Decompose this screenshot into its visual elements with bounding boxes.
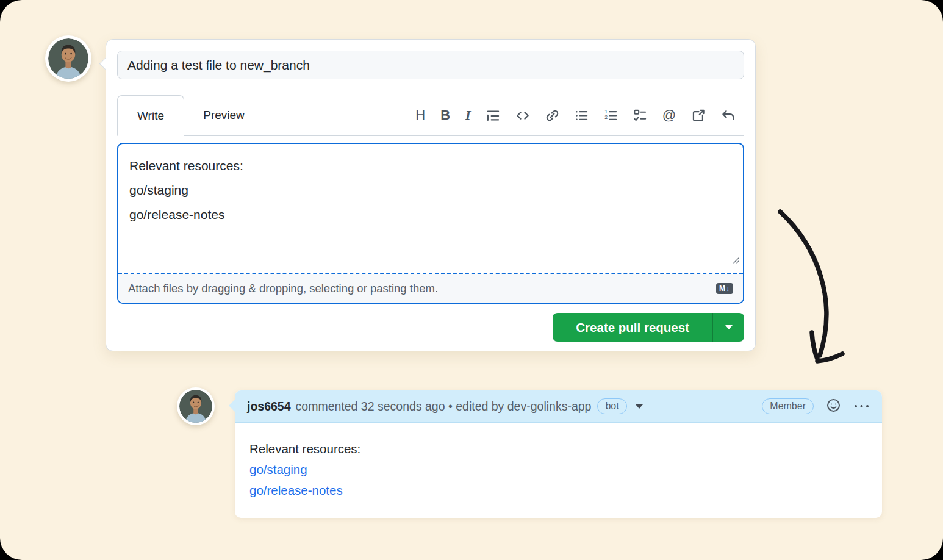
comment-text: Relevant resources: [249, 439, 867, 459]
tab-preview[interactable]: Preview [184, 95, 264, 135]
timeline-comment-card: jos6654 commented 32 seconds ago • edite… [235, 390, 882, 518]
editor-line: Relevant resources: [129, 154, 732, 178]
composer-pointer-notch [99, 57, 112, 70]
quote-icon[interactable] [486, 109, 500, 123]
ordered-list-icon[interactable]: 1 2 [604, 109, 618, 123]
member-badge: Member [762, 398, 814, 414]
pull-request-composer-card: Write Preview H B I [106, 39, 756, 351]
mention-icon[interactable]: @ [662, 109, 676, 122]
dropdown-caret-icon [725, 325, 733, 329]
create-pull-request-dropdown[interactable] [712, 313, 744, 342]
dropdown-caret-icon[interactable] [636, 404, 643, 409]
go-link[interactable]: go/staging [249, 459, 867, 480]
create-pull-request-split-button: Create pull request [553, 313, 744, 342]
attach-files-bar[interactable]: Attach files by dragging & dropping, sel… [118, 274, 743, 303]
bold-icon[interactable]: B [440, 109, 450, 122]
attach-hint-text: Attach files by dragging & dropping, sel… [128, 282, 438, 295]
hand-drawn-arrow [766, 203, 863, 379]
composer-tabs-row: Write Preview H B I [117, 95, 744, 136]
comment-body: Relevant resources: go/staging go/releas… [235, 423, 882, 517]
composer-actions-row: Create pull request [117, 313, 744, 342]
create-pull-request-button[interactable]: Create pull request [553, 313, 712, 342]
comment-header: jos6654 commented 32 seconds ago • edite… [235, 390, 882, 423]
comment-pointer-notch [229, 400, 241, 412]
tab-write[interactable]: Write [117, 95, 184, 136]
pr-title-input[interactable] [117, 51, 744, 79]
resize-grip-icon[interactable] [731, 247, 739, 271]
comment-meta: commented 32 seconds ago • edited by dev… [296, 400, 592, 414]
bot-badge: bot [597, 398, 626, 414]
code-icon[interactable] [515, 109, 530, 123]
kebab-menu-icon[interactable] [853, 401, 870, 412]
unordered-list-icon[interactable] [575, 109, 589, 123]
comment-editor: Relevant resources: go/staging go/releas… [117, 143, 744, 304]
heading-icon[interactable]: H [415, 109, 425, 122]
tasklist-icon[interactable] [633, 109, 647, 123]
editor-line: go/release-notes [129, 203, 732, 227]
smiley-icon[interactable] [826, 398, 841, 415]
markdown-toolbar: H B I [415, 95, 744, 135]
avatar [177, 387, 215, 425]
italic-icon[interactable]: I [465, 109, 471, 122]
go-link[interactable]: go/release-notes [249, 480, 867, 501]
reply-icon[interactable] [721, 109, 736, 123]
comment-author[interactable]: jos6654 [247, 400, 291, 414]
avatar [45, 35, 91, 82]
cross-reference-icon[interactable] [691, 109, 706, 123]
page-canvas: Write Preview H B I [0, 0, 943, 560]
link-icon[interactable] [545, 109, 559, 123]
comment-header-actions: Member [762, 398, 870, 415]
comment-textarea[interactable]: Relevant resources: go/staging go/releas… [118, 144, 743, 273]
editor-line: go/staging [129, 178, 732, 203]
markdown-supported-icon[interactable]: M↓ [716, 283, 733, 294]
svg-text:2: 2 [604, 113, 608, 120]
